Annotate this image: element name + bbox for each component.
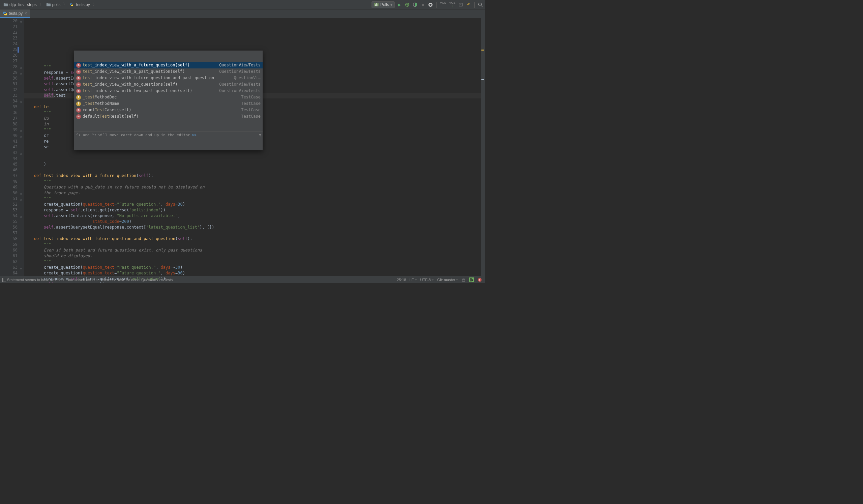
completion-item[interactable]: mdefaultTestResult(self)TestCase: [74, 113, 263, 120]
line-number[interactable]: 59: [0, 242, 17, 248]
code-line[interactable]: Even if both past and future questions e…: [24, 248, 485, 253]
line-number[interactable]: 33: [0, 93, 17, 99]
line-number[interactable]: 63: [0, 265, 17, 270]
code-line[interactable]: Questions with a pub_date in the future …: [24, 185, 485, 190]
fold-toggle-icon[interactable]: ⊟: [19, 266, 23, 269]
gutter[interactable]: 2021222324252627282930313233343536373839…: [0, 18, 24, 276]
code-line[interactable]: self.assertContains(response, "No polls …: [24, 213, 485, 219]
editor-tab-tests[interactable]: tests.py ×: [0, 10, 30, 18]
line-number[interactable]: 46: [0, 167, 17, 173]
code-line[interactable]: self.assertQuerysetEqual(: [24, 282, 485, 283]
completion-item[interactable]: mcountTestCases(self)TestCase: [74, 107, 263, 113]
line-number[interactable]: 34: [0, 99, 17, 104]
breadcrumb-file[interactable]: tests.py: [68, 0, 92, 9]
history-button[interactable]: [458, 2, 464, 8]
line-number[interactable]: 54: [0, 213, 17, 219]
completion-item[interactable]: mtest_index_view_with_future_question_an…: [74, 75, 263, 81]
inspections-indicator[interactable]: [481, 21, 485, 25]
code-line[interactable]: def test_index_view_with_a_future_questi…: [24, 173, 485, 179]
line-number[interactable]: 58: [0, 236, 17, 242]
fold-toggle-icon[interactable]: ⊟: [19, 99, 23, 103]
scrollbar[interactable]: [481, 18, 485, 276]
line-number[interactable]: 38: [0, 121, 17, 127]
code-line[interactable]: ): [24, 162, 485, 167]
line-number[interactable]: 31: [0, 81, 17, 87]
line-number[interactable]: 43: [0, 150, 17, 156]
line-number[interactable]: 24: [0, 41, 17, 47]
code-line[interactable]: [24, 167, 485, 173]
line-number[interactable]: 39: [0, 127, 17, 133]
code-line[interactable]: create_question(question_text="Future qu…: [24, 270, 485, 276]
line-number[interactable]: 53: [0, 207, 17, 213]
line-number[interactable]: 23: [0, 35, 17, 41]
revert-button[interactable]: ↶: [465, 2, 472, 8]
line-number[interactable]: 21: [0, 24, 17, 30]
code-line[interactable]: status_code=200): [24, 219, 485, 225]
line-number[interactable]: 47: [0, 173, 17, 179]
line-number[interactable]: 41: [0, 139, 17, 144]
code-line[interactable]: """: [24, 242, 485, 248]
line-number[interactable]: 35: [0, 104, 17, 110]
line-number[interactable]: 26: [0, 53, 17, 58]
line-number[interactable]: 56: [0, 225, 17, 230]
line-number[interactable]: 48: [0, 179, 17, 185]
code-line[interactable]: create_question(question_text="Future qu…: [24, 202, 485, 207]
code-line[interactable]: the index page.: [24, 190, 485, 196]
fold-toggle-icon[interactable]: ⊟: [19, 19, 23, 23]
line-number[interactable]: 22: [0, 30, 17, 35]
line-number[interactable]: 42: [0, 144, 17, 150]
completion-item[interactable]: mtest_index_view_with_no_questions(self)…: [74, 81, 263, 88]
line-number[interactable]: 62: [0, 259, 17, 265]
fold-toggle-icon[interactable]: ⊟: [19, 197, 23, 200]
code-line[interactable]: def test_index_view_with_future_question…: [24, 236, 485, 242]
code-line[interactable]: create_question(question_text="Past ques…: [24, 265, 485, 270]
breadcrumb-folder[interactable]: polls: [44, 0, 63, 9]
vcs-change-marker[interactable]: [17, 47, 19, 53]
line-number[interactable]: 55: [0, 219, 17, 225]
vcs-update-button[interactable]: VCS ↓: [440, 1, 446, 8]
code-line[interactable]: should be displayed.: [24, 253, 485, 259]
completion-item[interactable]: f_testMethodNameTestCase: [74, 100, 263, 107]
search-everywhere-button[interactable]: [477, 2, 484, 8]
line-number[interactable]: 50: [0, 190, 17, 196]
fold-toggle-icon[interactable]: ⊟: [19, 71, 23, 74]
warning-marker[interactable]: [481, 50, 484, 51]
line-number[interactable]: 64: [0, 270, 17, 276]
breadcrumb-project[interactable]: djtp_first_steps: [1, 0, 39, 9]
code-line[interactable]: """: [24, 179, 485, 185]
debug-button[interactable]: [404, 2, 410, 8]
line-number[interactable]: 57: [0, 230, 17, 236]
stop-button[interactable]: ■: [420, 2, 426, 8]
line-number[interactable]: 60: [0, 248, 17, 253]
line-number[interactable]: 28: [0, 64, 17, 70]
completion-item[interactable]: f_testMethodDocTestCase: [74, 94, 263, 100]
line-number[interactable]: 36: [0, 110, 17, 116]
code-line[interactable]: """: [24, 259, 485, 265]
fold-toggle-icon[interactable]: ⊟: [19, 151, 23, 154]
completion-more-link[interactable]: >>: [192, 132, 197, 138]
tool-windows-toggle-icon[interactable]: [2, 278, 6, 282]
line-number[interactable]: 25: [0, 47, 17, 53]
line-number[interactable]: 51: [0, 196, 17, 202]
fold-toggle-icon[interactable]: ⊟: [19, 128, 23, 131]
fold-column[interactable]: ⊟⊟⊟⊟⊟⊟⊟⊟⊟⊟⊟: [19, 18, 23, 276]
completion-item[interactable]: mtest_index_view_with_a_past_question(se…: [74, 68, 263, 75]
line-number[interactable]: 61: [0, 253, 17, 259]
line-number[interactable]: 29: [0, 70, 17, 76]
code-area[interactable]: """ response = self.client.get(reverse('…: [24, 18, 485, 276]
line-number[interactable]: 40: [0, 133, 17, 139]
code-line[interactable]: [24, 230, 485, 236]
code-line[interactable]: [24, 150, 485, 156]
line-number[interactable]: 27: [0, 58, 17, 64]
code-line[interactable]: """: [24, 196, 485, 202]
fold-toggle-icon[interactable]: ⊟: [19, 65, 23, 68]
line-number[interactable]: 49: [0, 185, 17, 190]
line-number[interactable]: 32: [0, 87, 17, 93]
completion-item[interactable]: mtest_index_view_with_two_past_questions…: [74, 88, 263, 94]
profiler-button[interactable]: [427, 2, 434, 8]
line-number[interactable]: 44: [0, 156, 17, 162]
fold-toggle-icon[interactable]: ⊟: [19, 134, 23, 137]
vcs-commit-button[interactable]: VCS ↑: [449, 1, 455, 8]
code-line[interactable]: response = self.client.get(reverse('poll…: [24, 207, 485, 213]
run-with-coverage-button[interactable]: [412, 2, 418, 8]
